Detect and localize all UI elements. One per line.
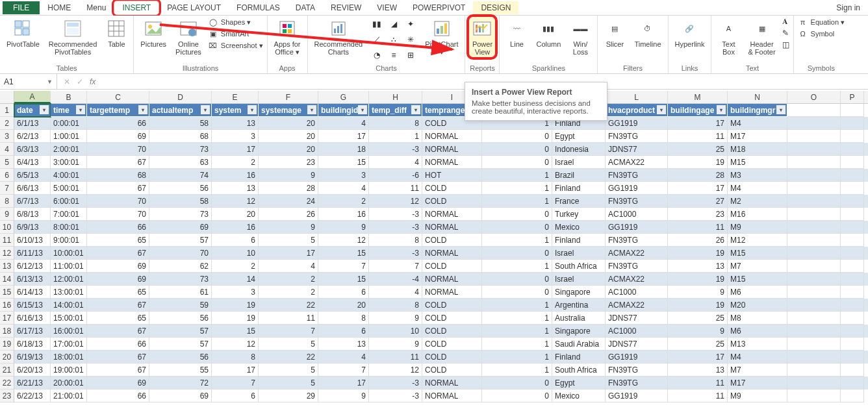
cell[interactable]: 58 <box>149 117 212 130</box>
cell[interactable]: 13 <box>668 364 728 377</box>
empty-cell[interactable] <box>841 312 864 325</box>
column-head-O[interactable]: O <box>787 91 841 103</box>
cell[interactable]: M9 <box>728 221 787 234</box>
cell[interactable]: 10 <box>212 247 259 260</box>
cell[interactable]: 68 <box>149 130 212 143</box>
cell[interactable]: Egypt <box>552 377 606 389</box>
cell[interactable]: GG1919 <box>606 389 668 402</box>
cell[interactable]: 1 <box>482 351 552 364</box>
cell[interactable]: ACMAX22 <box>606 247 668 260</box>
cell[interactable]: 72 <box>149 377 212 389</box>
cell[interactable]: 13 <box>318 338 369 351</box>
cell[interactable]: 9 <box>318 389 369 402</box>
cell[interactable]: 6/1/13 <box>14 117 51 130</box>
tab-insert[interactable]: INSERT <box>114 1 159 15</box>
table-header-actualtemp[interactable]: actualtemp▾ <box>149 104 212 117</box>
column-head-A[interactable]: A <box>14 91 51 103</box>
chart-line-button[interactable]: ／ <box>369 32 385 47</box>
cell[interactable]: 6/12/13 <box>14 260 51 273</box>
cell[interactable]: COLD <box>422 234 482 247</box>
cell[interactable]: 67 <box>87 156 149 169</box>
cell[interactable]: 4 <box>259 260 318 273</box>
recommended-charts-button[interactable]: Recommended Charts <box>312 17 366 57</box>
cell[interactable]: Argentina <box>552 299 606 312</box>
cell[interactable]: 56 <box>149 351 212 364</box>
cell[interactable]: 0 <box>482 247 552 260</box>
cell[interactable]: 17 <box>318 130 369 143</box>
cell[interactable]: 4:00:01 <box>51 169 87 182</box>
cell[interactable]: 10:00:01 <box>51 247 87 260</box>
cell[interactable]: 0 <box>482 143 552 156</box>
cell[interactable]: 3 <box>212 286 259 299</box>
cell[interactable]: COLD <box>422 351 482 364</box>
cell[interactable]: AC1000 <box>606 325 668 338</box>
cell[interactable]: 8 <box>369 299 422 312</box>
filter-dropdown-icon[interactable]: ▾ <box>411 105 420 114</box>
empty-cell[interactable] <box>841 389 864 402</box>
cell[interactable]: South Africa <box>552 364 606 377</box>
filter-dropdown-icon[interactable]: ▾ <box>776 105 785 114</box>
table-header-targettemp[interactable]: targettemp▾ <box>87 104 149 117</box>
cell[interactable]: 11 <box>259 312 318 325</box>
cell[interactable]: 9 <box>369 338 422 351</box>
cell[interactable]: M7 <box>728 364 787 377</box>
filter-dropdown-icon[interactable]: ▾ <box>40 105 49 114</box>
cell[interactable]: 29 <box>259 389 318 402</box>
empty-cell[interactable] <box>787 273 841 286</box>
tab-file[interactable]: FILE <box>3 1 40 14</box>
empty-cell[interactable] <box>787 117 841 130</box>
chart-radar-button[interactable]: ✳ <box>403 32 418 47</box>
cell[interactable]: AC1000 <box>606 286 668 299</box>
empty-cell[interactable] <box>841 286 864 299</box>
empty-cell[interactable] <box>787 299 841 312</box>
cell[interactable]: 20 <box>259 130 318 143</box>
wordart-button[interactable]: 𝐀 <box>782 17 789 26</box>
empty-cell[interactable] <box>841 104 864 117</box>
cell[interactable]: 18 <box>318 143 369 156</box>
cell[interactable]: 28 <box>259 182 318 195</box>
cell[interactable]: 6/9/13 <box>14 221 51 234</box>
cell[interactable]: 73 <box>149 143 212 156</box>
cell[interactable]: NORMAL <box>422 273 482 286</box>
cell[interactable]: 11 <box>668 221 728 234</box>
cell[interactable]: NORMAL <box>422 208 482 221</box>
empty-cell[interactable] <box>787 377 841 389</box>
column-head-H[interactable]: H <box>369 91 422 103</box>
tab-powerpivot[interactable]: POWERPIVOT <box>405 1 473 14</box>
cell[interactable]: Finland <box>552 351 606 364</box>
cell[interactable]: M16 <box>728 208 787 221</box>
cell[interactable]: 6/20/13 <box>14 364 51 377</box>
table-header-system[interactable]: system▾ <box>212 104 259 117</box>
cell[interactable]: 11 <box>369 182 422 195</box>
cell[interactable]: 66 <box>87 389 149 402</box>
cell[interactable]: 8 <box>369 234 422 247</box>
cell[interactable]: Australia <box>552 312 606 325</box>
cell[interactable]: M4 <box>728 351 787 364</box>
cell[interactable]: 19 <box>668 299 728 312</box>
column-head-G[interactable]: G <box>318 91 369 103</box>
row-head[interactable]: 14 <box>0 273 14 286</box>
cell[interactable]: 67 <box>87 182 149 195</box>
cell[interactable]: 57 <box>149 325 212 338</box>
cell[interactable]: 1 <box>482 169 552 182</box>
cell[interactable]: Turkey <box>552 208 606 221</box>
cell[interactable]: 6/21/13 <box>14 377 51 389</box>
row-head[interactable]: 9 <box>0 208 14 221</box>
cell[interactable]: 11:00:01 <box>51 260 87 273</box>
row-head[interactable]: 4 <box>0 143 14 156</box>
cell[interactable]: Egypt <box>552 130 606 143</box>
filter-dropdown-icon[interactable]: ▾ <box>717 105 726 114</box>
cell[interactable]: 6/10/13 <box>14 234 51 247</box>
cell[interactable]: 6/16/13 <box>14 312 51 325</box>
cell[interactable]: Saudi Arabia <box>552 338 606 351</box>
cell[interactable]: 17 <box>668 117 728 130</box>
cell[interactable]: GG1919 <box>606 221 668 234</box>
empty-cell[interactable] <box>787 338 841 351</box>
filter-dropdown-icon[interactable]: ▾ <box>201 105 210 114</box>
cell[interactable]: 24 <box>259 195 318 208</box>
recommended-pivottables-button[interactable]: Recommended PivotTables <box>46 17 100 57</box>
cell[interactable]: 1:00:01 <box>51 130 87 143</box>
cell[interactable]: 19 <box>668 156 728 169</box>
online-pictures-button[interactable]: Online Pictures <box>173 17 204 57</box>
cell[interactable]: 4 <box>318 351 369 364</box>
